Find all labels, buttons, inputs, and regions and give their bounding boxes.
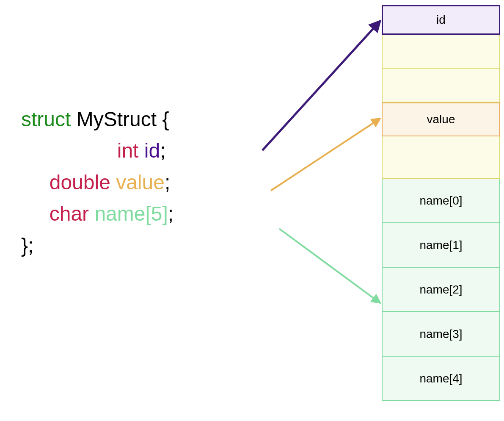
memory-cell-name-2: name[2]	[382, 268, 500, 312]
memory-cell-padding-1	[382, 35, 500, 69]
arrow-value	[271, 119, 380, 191]
member-name: name[5]	[94, 202, 168, 225]
memory-cell-name-4: name[4]	[382, 357, 500, 401]
keyword-char: char	[50, 202, 89, 225]
keyword-double: double	[50, 171, 110, 194]
arrow-name	[279, 229, 380, 303]
code-line-name: char name[5];	[21, 198, 174, 230]
memory-cell-name-0: name[0]	[382, 179, 500, 223]
memory-layout: id value name[0] name[1] name[2] name[3]…	[382, 5, 500, 401]
semi-name: ;	[168, 202, 174, 225]
memory-cell-double-rest	[382, 136, 500, 179]
member-id: id	[144, 139, 160, 162]
code-line-close: };	[21, 230, 174, 261]
struct-name: MyStruct	[77, 108, 157, 130]
arrow-id	[262, 21, 380, 150]
memory-cell-id: id	[382, 5, 500, 35]
memory-cell-padding-2	[382, 69, 500, 102]
brace-open: {	[162, 108, 169, 130]
semi-value: ;	[165, 171, 170, 194]
semi-id: ;	[160, 139, 165, 162]
code-line-id: int id;	[21, 135, 174, 166]
keyword-struct: struct	[21, 108, 71, 130]
memory-cell-name-1: name[1]	[382, 223, 500, 268]
code-line-value: double value;	[21, 167, 174, 198]
code-struct-definition: struct MyStruct { int id; double value; …	[21, 104, 174, 261]
keyword-int: int	[117, 139, 139, 162]
memory-cell-name-3: name[3]	[382, 312, 500, 357]
member-value: value	[116, 171, 165, 194]
brace-close: };	[21, 234, 33, 257]
memory-cell-value: value	[382, 102, 500, 136]
code-line-struct: struct MyStruct {	[21, 104, 174, 135]
